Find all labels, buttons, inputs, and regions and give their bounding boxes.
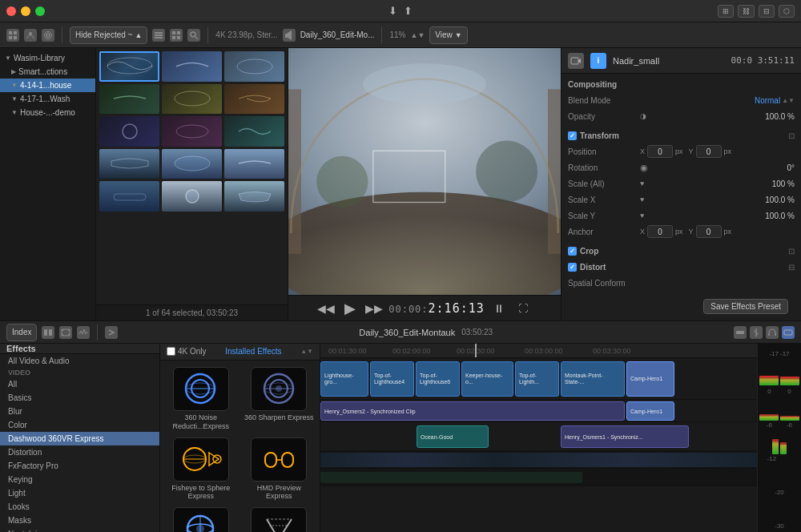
thumbnail-item[interactable] [99,51,159,82]
thumbnail-item[interactable] [224,84,284,115]
effects-cat-blur[interactable]: Blur [0,405,159,418]
distort-checkbox-label[interactable]: ✓ Distort [568,263,606,272]
effects-cat-basics[interactable]: Basics [0,391,159,405]
rotation-dial[interactable]: ◉ [640,163,648,173]
effects-cat-keying[interactable]: Keying [0,473,159,486]
distort-checkbox[interactable]: ✓ [568,263,577,272]
crop-checkbox[interactable]: ✓ [568,247,577,256]
playhead[interactable] [475,344,477,357]
tree-item-house[interactable]: ▼ House-...-demo [0,106,95,119]
position-x-field[interactable] [647,145,673,158]
library-root-item[interactable]: ▼ Wasim-Library [0,51,95,65]
crop-expand-icon[interactable]: ⊡ [788,247,795,256]
fullscreen-button[interactable]: ⛶ [513,299,533,318]
scale-dial[interactable]: ♥ [640,179,644,187]
clip-top-of-lighth[interactable]: Top-of-Lighth... [515,361,559,397]
maximize-button[interactable] [35,6,45,16]
clip-montauk-point[interactable]: Montauk-Point-State-... [561,361,625,397]
effect-item-fisheye[interactable]: Fisheye to Sphere Express [165,437,237,502]
transform-checkbox[interactable]: ✓ [568,131,577,140]
audio-waveform-icon[interactable] [77,326,90,339]
4k-only-checkbox[interactable] [167,347,175,356]
clip-lighthouse6[interactable]: Top-of-Lighthouse6 [416,361,460,397]
thumbnail-item[interactable] [99,116,159,147]
clip-ocean-good[interactable]: Ocean-Good [417,425,489,448]
crop-checkbox-label[interactable]: ✓ Crop [568,247,598,256]
next-frame-button[interactable]: ▶▶ [364,299,384,318]
position-y-field[interactable] [696,145,722,158]
pause-button[interactable]: ⏸ [489,299,509,318]
list-view-icon[interactable] [152,29,165,42]
thumbnail-item[interactable] [162,149,222,179]
thumbnail-item[interactable] [99,181,159,212]
scale-x-dial[interactable]: ♥ [640,195,644,204]
clip-lighthouse-gro[interactable]: Lighthouse-gro... [320,361,368,397]
close-button[interactable] [6,6,16,16]
effects-cat-distortion[interactable]: Distortion [0,445,159,459]
effect-item-360-noise[interactable]: 360 Noise Reducti...Express [165,367,237,431]
view-button[interactable]: View ▼ [429,26,467,44]
clip-sync-henry2[interactable]: Henry_Osmers2 - Synchronized Clip [320,401,625,421]
effects-cat-all-video[interactable]: All Video & Audio [0,354,159,368]
effects-cat-light[interactable]: Light [0,486,159,500]
clip-camp-hero1[interactable]: Camp-Hero1 [626,361,674,397]
effect-item-hmd[interactable]: HMD Preview Express [244,437,316,502]
thumbnail-item[interactable] [224,181,284,212]
clip-keeper-house[interactable]: Keeper-house-o... [461,361,513,397]
grid-icon[interactable] [170,29,183,42]
save-effects-preset-button[interactable]: Save Effects Preset [703,299,788,314]
scale-y-dial[interactable]: ♥ [640,212,644,220]
thumbnail-item[interactable] [162,181,222,212]
effects-cat-fxfactory[interactable]: FxFactory Pro [0,459,159,473]
headphones-icon[interactable] [766,326,779,339]
blade-icon[interactable] [750,326,763,339]
video-icon[interactable] [568,53,584,69]
thumbnail-item[interactable] [162,84,222,115]
effect-item-nadir[interactable]: Nadir Patch [244,507,316,532]
filmstrip-icon[interactable] [59,326,72,339]
library-icon[interactable] [6,29,19,42]
transform-expand-icon[interactable]: ⊡ [788,131,795,140]
effect-item-360-sharpen[interactable]: 360 Sharpen Express [244,367,316,431]
info-icon[interactable]: i [590,53,606,69]
effects-cat-masks[interactable]: Masks [0,514,159,527]
effects-cat-color[interactable]: Color [0,418,159,432]
tree-item-4-17[interactable]: ▼ 4-17-1...Wash [0,92,95,106]
hide-rejected-button[interactable]: Hide Rejected ~ ▲ [70,26,147,44]
thumbnail-item[interactable] [99,84,159,115]
thumbnail-item[interactable] [224,51,284,82]
play-button[interactable]: ▶ [340,299,360,318]
clip-camp-hero1-small[interactable]: Camp-Hero1 [626,401,674,421]
effect-item-little-planet[interactable]: Little Planet Express [165,507,237,532]
index-button[interactable]: Index [6,324,37,341]
grid-view-icon[interactable]: ⊞ [718,5,734,18]
minimize-button[interactable] [21,6,30,16]
traffic-lights[interactable] [6,6,45,16]
search-icon[interactable] [187,29,200,42]
settings-icon[interactable] [42,29,54,42]
opacity-dial-icon[interactable]: ◑ [640,112,646,120]
clip-henry-sync1[interactable]: Henry_Osmers1 - Synchroniz... [561,425,689,448]
effects-cat-nostalgia[interactable]: Nostalgia [0,527,159,532]
person-icon[interactable] [24,29,37,42]
link-icon[interactable]: ⛓ [738,5,755,18]
thumbnail-item[interactable] [99,149,159,179]
thumbnail-item[interactable] [224,149,284,179]
tree-item-smart[interactable]: ▶ Smart...ctions [0,65,95,79]
zoom-to-fit-icon[interactable] [734,326,747,339]
thumbnail-item[interactable] [162,51,222,82]
arrow-right-icon[interactable] [105,326,118,339]
prev-frame-button[interactable]: ◀◀ [316,299,336,318]
anchor-x-field[interactable] [647,225,673,238]
effects-cat-looks[interactable]: Looks [0,500,159,514]
effects-cat-all[interactable]: All [0,377,159,391]
clip-lighthouse4[interactable]: Top-of-Lighthouse4 [370,361,414,397]
distort-expand-icon[interactable]: ⊟ [788,263,795,272]
timeline-view-icon[interactable] [782,326,795,339]
expand-icon[interactable]: ⬡ [779,5,795,18]
transform-checkbox-label[interactable]: ✓ Transform [568,131,619,140]
anchor-y-field[interactable] [696,225,722,238]
thumbnail-item[interactable] [224,116,284,147]
thumbnail-item[interactable] [162,116,222,147]
clip-view-icon[interactable] [42,326,54,339]
